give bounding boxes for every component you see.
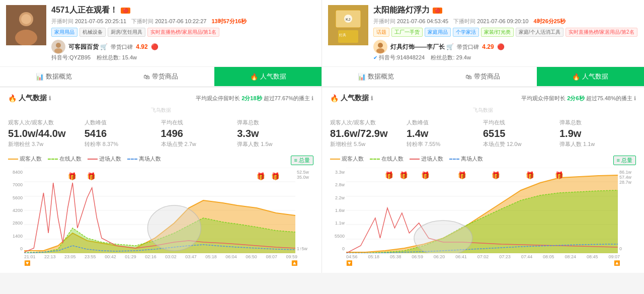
left-tab-goods-label: 带货商品: [152, 72, 178, 81]
left-avg-text: 平均观众停留时长 2分18秒 超过77.67%的播主 ℹ: [196, 95, 313, 102]
left-tab-goods[interactable]: 🛍 带货商品: [107, 67, 214, 86]
left-feiyan: 飞鸟数据: [8, 107, 313, 114]
svg-point-27: [376, 48, 384, 53]
right-tag-2: 家庭用品: [425, 28, 451, 37]
right-x-axis: 04:5605:1805:3806:5906:2006:4107:0207:23…: [330, 253, 636, 259]
right-tab-popularity[interactable]: 🔥 人气数据: [537, 67, 644, 86]
right-tiktok-id: 抖音号:914848224: [379, 54, 425, 60]
right-tab-goods-icon: 🛍: [465, 73, 472, 81]
right-popularity-section: 🔥 人气数据 ℹ 平均观众停留时长 2分6秒 超过75.48%的播主 ℹ 飞鸟数…: [322, 88, 644, 273]
right-stat-0-value: 81.6w/72.9w: [330, 127, 407, 139]
left-tag-2: 厨房/烹饪用具: [108, 28, 145, 37]
right-tag-6: 实时直播热榜/家居用品/第2名: [566, 28, 637, 37]
left-stat-3-value: 3.3w: [237, 127, 313, 139]
left-stat-3: 弹幕总数 3.3w 弹幕人数 1.5w: [237, 116, 313, 151]
right-verified-icon: ✔: [373, 55, 377, 60]
right-streamer-sub: 带货口碑: [457, 43, 479, 51]
right-legend-viewers: 观客人数: [330, 155, 364, 163]
left-stat-0: 观客人次/观客人数 51.0w/44.0w 新增粉丝 3.7w: [8, 116, 85, 151]
left-fans-info: 抖音号:QYZB95 粉丝总数: 15.4w: [51, 54, 315, 61]
left-tab-overview-label: 数据概览: [46, 72, 72, 81]
left-panel: 4571人正在观看！ 🔴 开播时间 2021-07-05 20:25:11 下播…: [0, 0, 322, 273]
svg-point-42: [414, 220, 472, 253]
right-stat-0: 观客人次/观客人数 81.6w/72.9w 新增粉丝 5.5w: [330, 116, 407, 151]
left-legend-viewers-label: 观客人数: [20, 155, 42, 163]
left-total-button[interactable]: ≡ 总量: [291, 156, 313, 165]
svg-text:🎁: 🎁: [399, 171, 409, 180]
right-tab-overview[interactable]: 📊 数据概览: [322, 67, 429, 86]
left-stat-2-value: 1496: [161, 127, 237, 139]
left-start-label: 开播时间 2021-07-05 20:25:11: [51, 18, 126, 25]
right-live-icon: 🔴: [433, 8, 442, 14]
left-stat-0-value: 51.0w/44.0w: [8, 127, 85, 139]
svg-text:🎁: 🎁: [271, 172, 280, 181]
right-avg-duration: 2分6秒: [567, 95, 584, 101]
right-legend-online: 在线人数: [370, 155, 404, 163]
right-duration: 4时26分25秒: [533, 18, 566, 25]
svg-text:🎁: 🎁: [492, 171, 501, 180]
svg-text:🎁: 🎁: [87, 172, 96, 181]
right-avatar: KJ 灯具: [328, 5, 368, 45]
left-stat-2-sub: 本场点赞 2.7w: [161, 140, 237, 148]
left-chart-legend: 观客人数 在线人数 进场人数 离场人数: [8, 155, 161, 163]
right-tag-3: 个学家活: [453, 28, 479, 37]
left-title-row: 4571人正在观看！ 🔴: [51, 5, 315, 16]
right-tag-4: 家装/灯光类: [481, 28, 514, 37]
right-stat-0-label: 观客人次/观客人数: [330, 119, 407, 126]
right-title-row: 太阳能路灯浮力 🔴: [373, 5, 638, 16]
right-tab-goods-label: 带货商品: [474, 72, 500, 81]
left-tab-popularity-label: 人气数据: [260, 72, 286, 81]
left-stat-3-label: 弹幕总数: [237, 119, 313, 126]
left-nav-tabs: 📊 数据概览 🛍 带货商品 🔥 人气数据: [0, 67, 321, 87]
left-header-info: 4571人正在观看！ 🔴 开播时间 2021-07-05 20:25:11 下播…: [51, 5, 315, 61]
right-chart-svg: 🎁 🎁 🎁 🎁 🎁 🎁 🎁: [346, 168, 618, 253]
right-total-button[interactable]: ≡ 总量: [613, 156, 636, 165]
right-tab-popularity-label: 人气数据: [582, 72, 608, 81]
right-tab-popularity-icon: 🔥: [572, 73, 580, 81]
left-tab-popularity-icon: 🔥: [250, 73, 258, 81]
left-stats-grid: 观客人次/观客人数 51.0w/44.0w 新增粉丝 3.7w 人数峰值 541…: [8, 116, 313, 151]
right-tags: 话题 工厂一手货 家庭用品 个学家活 家装/灯光类 家庭/个人活消工具 实时直播…: [373, 28, 638, 37]
right-info-icon: ℹ: [371, 95, 373, 102]
left-legend-online-label: 在线人数: [59, 155, 82, 163]
left-avatar: [6, 5, 46, 45]
left-streamer-name: 可客园百货 🛒: [68, 43, 108, 51]
left-rating-icon: 🔴: [151, 43, 158, 50]
left-streamer-avatar: [51, 40, 65, 54]
left-meta-row: 开播时间 2021-07-05 20:25:11 下播时间 2021-07-06…: [51, 18, 315, 25]
left-stat-2-label: 平均在线: [161, 119, 237, 126]
left-tiktok-id: 抖音号:QYZB95: [51, 54, 91, 60]
left-tab-goods-icon: 🛍: [143, 73, 150, 81]
right-stat-3-value: 1.9w: [559, 127, 636, 139]
left-legend-leave-label: 离场人数: [139, 155, 161, 163]
left-avg-info-icon: ℹ: [311, 95, 313, 101]
svg-text:灯具: 灯具: [339, 33, 346, 37]
left-tags: 家用用品 机械设备 厨房/烹饪用具 实时直播热榜/家居用品/第1名: [51, 28, 315, 37]
left-tab-overview-icon: 📊: [36, 73, 44, 81]
left-section-title-text: 人气数据: [19, 94, 47, 103]
right-tab-goods[interactable]: 🛍 带货商品: [429, 67, 536, 86]
right-avg-info-icon: ℹ: [634, 95, 636, 101]
right-tag-5: 家庭/个人活消工具: [516, 28, 564, 37]
right-start-label: 开播时间 2021-07-06 04:53:45: [373, 18, 448, 25]
left-stat-0-sub: 新增粉丝 3.7w: [8, 140, 85, 148]
left-legend-enter: 进场人数: [88, 155, 121, 163]
right-tab-overview-icon: 📊: [358, 73, 366, 81]
svg-text:🎁: 🎁: [526, 171, 535, 180]
left-fire-icon: 🔥: [8, 94, 17, 102]
right-feiyan: 飞鸟数据: [330, 107, 636, 114]
right-header: KJ 灯具 太阳能路灯浮力 🔴 开播时间 2021-07-06 04:53:45…: [322, 0, 644, 67]
left-chart-wrapper: 8400700056004200280014000: [8, 168, 313, 253]
right-legend-enter: 进场人数: [410, 155, 443, 163]
right-legend-online-label: 在线人数: [381, 155, 404, 163]
left-tag-3: 实时直播热榜/家居用品/第1名: [147, 28, 219, 37]
right-next-label: 下播时间 2021-07-06 09:20:10: [453, 18, 528, 25]
svg-point-6: [54, 48, 62, 53]
svg-point-5: [56, 43, 61, 48]
left-stat-3-sub: 弹幕人数 1.5w: [237, 140, 313, 148]
left-tab-overview[interactable]: 📊 数据概览: [0, 67, 107, 86]
right-chart-legend: 观客人数 在线人数 进场人数 离场人数: [330, 155, 483, 163]
left-chart-svg: 🎁 🎁 🎁 🎁: [24, 168, 295, 253]
left-legend-enter-label: 进场人数: [99, 155, 121, 163]
left-tab-popularity[interactable]: 🔥 人气数据: [214, 67, 321, 86]
